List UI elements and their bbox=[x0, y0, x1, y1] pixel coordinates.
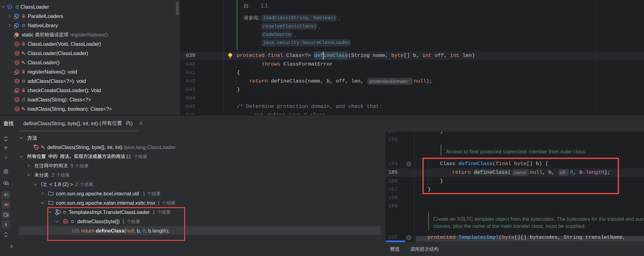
svg-text:m: m bbox=[16, 107, 18, 111]
svg-text:m: m bbox=[16, 79, 18, 83]
svg-text:m: m bbox=[35, 146, 38, 149]
svg-text:m: m bbox=[16, 61, 18, 64]
svg-text:m: m bbox=[16, 98, 18, 101]
svg-text:C: C bbox=[9, 5, 11, 9]
svg-text:m: m bbox=[16, 52, 18, 55]
svg-text:i: i bbox=[5, 222, 6, 227]
svg-text:m: m bbox=[16, 42, 18, 46]
